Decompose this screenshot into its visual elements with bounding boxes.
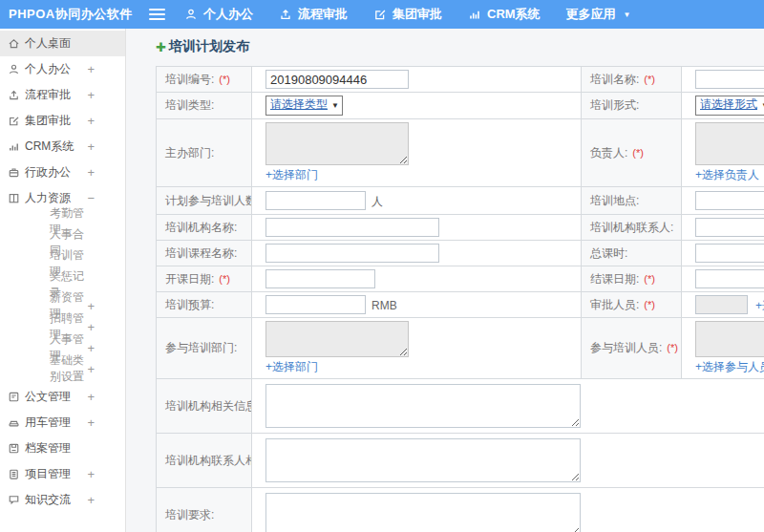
contact-info-textarea[interactable]	[265, 438, 581, 482]
nav-item-personal-office[interactable]: 个人办公	[184, 6, 253, 23]
edit-icon	[8, 115, 20, 127]
collapse-icon[interactable]: −	[87, 191, 95, 205]
leader-label: 负责人:(*)	[582, 119, 682, 187]
sidebar-item-archives[interactable]: 档案管理	[0, 436, 125, 461]
org-contact-input[interactable]	[695, 218, 764, 237]
select-join-people-link[interactable]: +选择参与人员	[695, 359, 764, 375]
training-type-label: 培训类型:	[157, 93, 252, 119]
sidebar-item-documents[interactable]: 公文管理 +	[0, 384, 125, 410]
topbar: PHPOA协同办公软件 个人办公 流程审批 集团审批 CRM系统 更多应用 ▼	[0, 0, 764, 29]
budget-input[interactable]	[265, 295, 366, 314]
training-mode-select[interactable]: 请选择形式▼	[695, 96, 764, 116]
org-name-input[interactable]	[265, 218, 439, 237]
join-people-label: 参与培训人员:(*)	[582, 318, 682, 379]
expand-icon[interactable]: +	[87, 62, 95, 76]
expand-icon[interactable]: +	[87, 165, 95, 180]
sidebar: 个人桌面 个人办公 + 流程审批 + 集团审批 + CRM系统 + 行政办公 +	[0, 29, 126, 532]
training-mode-label: 培训形式:	[582, 93, 682, 119]
app-window: PHPOA协同办公软件 个人办公 流程审批 集团审批 CRM系统 更多应用 ▼ …	[0, 0, 764, 532]
requirements-textarea[interactable]	[265, 493, 581, 532]
training-number-label: 培训编号:(*)	[157, 67, 252, 93]
approver-input[interactable]	[695, 295, 748, 314]
sidebar-item-vehicle[interactable]: 用车管理 +	[0, 410, 125, 436]
select-dept-link[interactable]: +选择部门	[265, 359, 318, 375]
expand-icon[interactable]: +	[87, 88, 95, 102]
chart-icon	[468, 8, 481, 21]
row-org-info: 培训机构相关信息:	[157, 379, 764, 434]
location-input[interactable]	[695, 191, 764, 210]
sidebar-subitem-base-category[interactable]: 基础类别设置 +	[0, 358, 125, 379]
row-dates: 开课日期:(*) 结课日期:(*)	[157, 266, 764, 292]
join-dept-textarea[interactable]	[265, 321, 409, 357]
training-number-input[interactable]	[265, 70, 409, 89]
org-info-textarea[interactable]	[265, 384, 581, 428]
select-leader-link[interactable]: +选择负责人	[695, 167, 759, 183]
nav-item-group-approval[interactable]: 集团审批	[373, 6, 442, 23]
unit-person: 人	[371, 195, 383, 208]
expand-icon[interactable]: +	[87, 114, 95, 128]
sidebar-item-personal-office[interactable]: 个人办公 +	[0, 56, 125, 82]
training-form-table: 培训编号:(*) 培训名称:(*) 培训类型: 请选择类型▼ 培训形式: 请选择…	[156, 66, 764, 532]
end-date-label: 结课日期:(*)	[582, 266, 682, 292]
flow-icon	[8, 89, 20, 101]
notebook-icon	[8, 468, 20, 480]
total-hours-label: 总课时:	[582, 241, 682, 266]
training-name-input[interactable]	[695, 70, 764, 89]
total-hours-input[interactable]	[695, 244, 764, 263]
org-name-label: 培训机构名称:	[157, 215, 252, 241]
location-label: 培训地点:	[582, 187, 682, 215]
expand-icon[interactable]: +	[87, 362, 95, 376]
page-title: ✚ 培训计划发布	[156, 38, 764, 55]
org-info-label: 培训机构相关信息:	[157, 379, 252, 434]
sidebar-item-workflow-approval[interactable]: 流程审批 +	[0, 82, 125, 108]
chevron-down-icon: ▼	[624, 11, 631, 19]
course-name-label: 培训课程名称:	[157, 241, 252, 266]
sidebar-item-project[interactable]: 项目管理 +	[0, 461, 125, 487]
sidebar-item-crm[interactable]: CRM系统 +	[0, 134, 125, 160]
sidebar-item-knowledge[interactable]: 知识交流 +	[0, 487, 125, 513]
car-icon	[8, 416, 20, 429]
leader-textarea[interactable]	[695, 122, 764, 165]
end-date-input[interactable]	[695, 269, 764, 288]
row-orgname-contact: 培训机构名称: 培训机构联系人:	[157, 215, 764, 241]
expand-icon[interactable]: +	[87, 415, 95, 430]
select-approver-link[interactable]: +选择审批人员	[755, 299, 764, 312]
requirements-label: 培训要求:	[157, 488, 252, 532]
row-depts-leader: 主办部门: +选择部门 负责人:(*) +选择负责人	[157, 119, 764, 187]
nav-item-more-apps[interactable]: 更多应用 ▼	[566, 6, 631, 23]
sidebar-item-personal-desktop[interactable]: 个人桌面	[0, 31, 125, 56]
course-name-input[interactable]	[265, 244, 439, 263]
start-date-input[interactable]	[265, 269, 375, 288]
training-type-select[interactable]: 请选择类型▼	[265, 96, 343, 116]
flow-icon	[279, 8, 292, 21]
expand-icon[interactable]: +	[87, 390, 95, 404]
expand-icon[interactable]: +	[87, 467, 95, 481]
join-dept-label: 参与培训部门:	[157, 318, 252, 379]
row-type-mode: 培训类型: 请选择类型▼ 培训形式: 请选择形式▼	[157, 93, 764, 119]
nav-item-crm[interactable]: CRM系统	[468, 6, 541, 23]
chat-icon	[8, 494, 20, 506]
archive-icon	[8, 442, 20, 455]
nav-item-workflow-approval[interactable]: 流程审批	[279, 6, 348, 23]
planned-count-input[interactable]	[265, 191, 366, 210]
sidebar-item-admin-office[interactable]: 行政办公 +	[0, 160, 125, 185]
app-logo: PHPOA协同办公软件	[0, 6, 141, 23]
select-dept-link[interactable]: +选择部门	[265, 167, 318, 183]
row-count-location: 计划参与培训人数:(*) 人 培训地点:	[157, 187, 764, 215]
host-dept-textarea[interactable]	[265, 122, 409, 165]
org-contact-label: 培训机构联系人:	[582, 215, 682, 241]
planned-count-label: 计划参与培训人数:(*)	[157, 187, 252, 215]
sidebar-item-group-approval[interactable]: 集团审批 +	[0, 108, 125, 134]
join-people-textarea[interactable]	[695, 321, 764, 357]
hamburger-menu-icon[interactable]	[149, 9, 165, 21]
main-content: ✚ 培训计划发布 培训编号:(*) 培训名称:(*) 培训类型: 请选择类型▼ …	[127, 29, 764, 532]
hr-submenu: 考勤管理 人事合同 培训管理 奖惩记录 薪资管理 + 招聘管理 + 人事管理 +	[0, 211, 125, 379]
chevron-down-icon: ▼	[331, 101, 339, 110]
person-icon	[184, 8, 198, 21]
expand-icon[interactable]: +	[87, 139, 95, 154]
budget-label: 培训预算:	[157, 292, 252, 318]
edit-icon	[373, 8, 387, 21]
expand-icon[interactable]: +	[87, 493, 95, 507]
document-icon	[8, 391, 20, 403]
row-budget-approver: 培训预算: RMB 审批人员:(*) +选择审批人员	[157, 292, 764, 318]
